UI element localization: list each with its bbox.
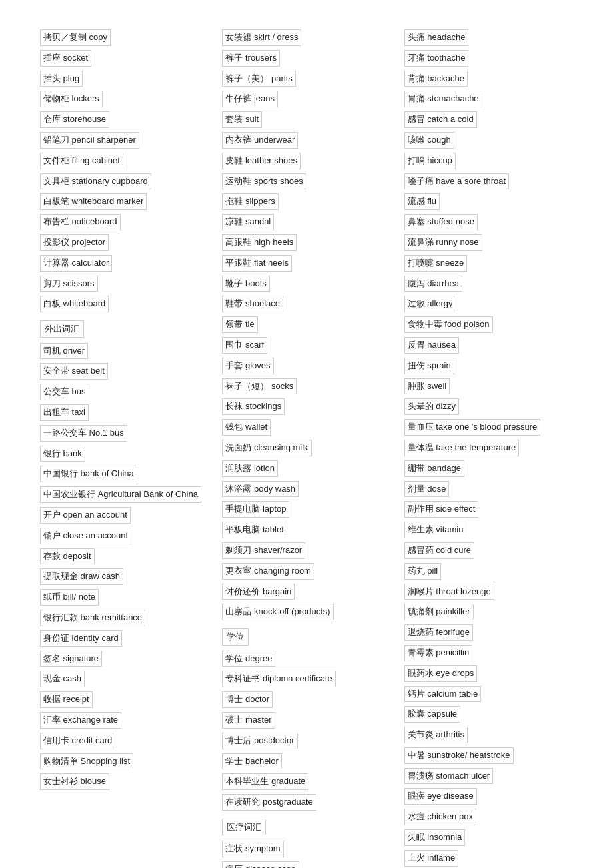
vocab-entry: 平板电脑 tablet [222,522,287,538]
list-item: 背痛 backache [404,69,573,89]
list-item: 铅笔刀 pencil sharpener [40,131,209,150]
list-item: 上火 inflame [404,849,573,868]
list-item: 失眠 insomnia [404,828,573,847]
list-item: 运动鞋 sports shoes [222,172,390,191]
list-item: 现金 cash [40,669,209,689]
vocab-entry: 硕士 master [222,712,275,729]
list-item: 钱包 wallet [222,418,390,437]
vocab-entry: 汇率 exchange rate [40,712,121,729]
vocab-entry: 洗面奶 cleansing milk [222,440,311,456]
vocab-entry: 长袜 stockings [222,398,285,415]
list-item: 纸币 bill/ note [40,588,209,607]
vocab-entry: 关节炎 arthritis [404,727,468,743]
list-item: 长袜 stockings [222,397,390,416]
vocab-entry: 水痘 chicken pox [404,809,476,825]
list-item: 沐浴露 body wash [222,480,390,499]
list-item: 女装裙 skirt / dress [222,28,390,47]
list-item: 司机 driver [40,342,209,361]
vocab-entry: 肿胀 swell [404,378,450,395]
list-item: 讨价还价 bargain [222,582,390,602]
list-item: 反胃 nausea [404,336,573,355]
list-item: 病历 disease case [222,860,390,868]
page-content: 拷贝／复制 copy插座 socket插头 plug储物柜 lockers仓库 … [40,27,573,868]
list-item: 中国银行 bank of China [40,464,209,484]
list-item: 硕士 master [222,711,390,730]
list-item: 计算器 calculator [40,254,209,273]
vocab-entry: 沐浴露 body wash [222,481,299,498]
vocab-entry: 拖鞋 slippers [222,193,278,210]
col1-section: 外出词汇司机 driver安全带 seat belt公交车 bus出租车 tax… [40,315,209,791]
col2-items: 女装裙 skirt / dress裤子 trousers裤子（美） pants牛… [222,28,390,622]
vocab-entry: 剂量 dose [404,481,450,498]
list-item: 公交车 bus [40,382,209,402]
vocab-entry: 铅笔刀 pencil sharpener [40,132,139,149]
list-item: 购物清单 Shopping list [40,752,209,771]
list-item: 中暑 sunstroke/ heatstroke [404,746,573,765]
vocab-entry: 领带 tie [222,316,257,333]
list-item: 本科毕业生 graduate [222,772,390,791]
list-item: 博士 doctor [222,690,390,709]
list-item: 打嗝 hiccup [404,151,573,171]
vocab-entry: 眼疾 eye disease [404,788,477,805]
vocab-entry: 症状 symptom [222,841,283,857]
vocab-entry: 病历 disease case [222,861,299,868]
list-item: 鼻塞 stuffed nose [404,213,573,232]
vocab-entry: 感冒 catch a cold [404,111,477,128]
list-item: 靴子 boots [222,274,390,294]
vocab-entry: 出租车 taxi [40,404,89,421]
list-item: 量体温 take the temperature [404,438,573,458]
list-item: 女士衬衫 blouse [40,772,209,791]
list-item: 信用卡 credit card [40,731,209,751]
list-item: 关节炎 arthritis [404,725,573,745]
vocab-entry: 银行汇款 bank remittance [40,610,145,626]
list-item: 文具柜 stationary cupboard [40,172,209,191]
vocab-entry: 签名 signature [40,651,102,667]
vocab-entry: 感冒药 cold cure [404,542,474,559]
list-item: 量血压 take one 's blood pressure [404,418,573,437]
vocab-entry: 食物中毒 food poison [404,316,493,333]
vocab-entry: 打喷嚏 sneeze [404,255,468,272]
vocab-entry: 安全带 seat belt [40,363,108,380]
list-item: 头痛 headache [404,28,573,47]
vocab-entry: 仓库 storehouse [40,111,109,128]
list-item: 牛仔裤 jeans [222,89,390,109]
list-item: 绷带 bandage [404,459,573,478]
section-label: 医疗词汇 [222,819,266,835]
vocab-entry: 上火 inflame [404,850,459,867]
vocab-entry: 扭伤 sprain [404,358,454,374]
list-item: 白板笔 whiteboard marker [40,192,209,211]
vocab-entry: 购物清单 Shopping list [40,753,133,770]
list-item: 药丸 pill [404,562,573,581]
list-item: 润肤露 lotion [222,459,390,478]
vocab-entry: 咳嗽 cough [404,132,454,149]
list-item: 裤子（美） pants [222,69,390,89]
vocab-entry: 白板笔 whiteboard marker [40,193,147,210]
vocab-entry: 眼药水 eye drops [404,665,478,682]
vocab-entry: 镇痛剂 painkiller [404,604,474,620]
list-item: 剃须刀 shaver/razor [222,541,390,560]
list-item: 平板电脑 tablet [222,520,390,540]
vocab-entry: 袜子（短） socks [222,378,297,395]
list-item: 投影仪 projector [40,233,209,252]
vocab-entry: 牛仔裤 jeans [222,91,278,107]
list-item: 感冒药 cold cure [404,541,573,560]
list-item: 食物中毒 food poison [404,315,573,334]
list-item: 皮鞋 leather shoes [222,151,390,171]
vocab-entry: 公交车 bus [40,384,89,400]
list-item: 过敏 allergy [404,294,573,314]
vocab-entry: 博士后 postdoctor [222,733,297,749]
vocab-entry: 插头 plug [40,71,83,87]
list-item: 扭伤 sprain [404,356,573,376]
list-item: 胃痛 stomachache [404,89,573,109]
list-item: 腹泻 diarrhea [404,274,573,294]
list-item: 嗓子痛 have a sore throat [404,172,573,191]
list-item: 收据 receipt [40,690,209,709]
vocab-entry: 手提电脑 laptop [222,501,289,518]
list-item: 汇率 exchange rate [40,711,209,730]
vocab-entry: 流鼻涕 runny nose [404,234,482,251]
vocab-entry: 套装 suit [222,111,262,128]
list-item: 退烧药 febrifuge [404,623,573,642]
vocab-entry: 剪刀 scissors [40,276,98,292]
vocab-entry: 中国银行 bank of China [40,466,137,482]
list-item: 镇痛剂 painkiller [404,602,573,622]
